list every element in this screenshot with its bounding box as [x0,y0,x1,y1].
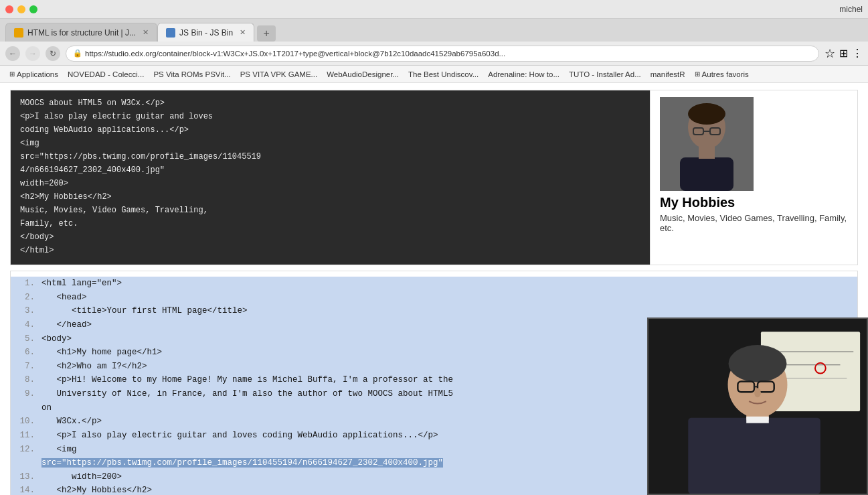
svg-rect-4 [699,147,715,159]
bookmark-autres[interactable]: ⊞ Autres favoris [691,69,753,80]
tab-label-1: HTML is for structure Unit | J... [27,28,136,38]
tab-jsbin[interactable]: JS Bin - JS Bin ✕ [157,23,254,42]
bookmark-psvita-vpk[interactable]: PS VITA VPK GAME... [236,69,321,80]
bookmark-webaudio[interactable]: WebAudioDesigner... [323,69,403,80]
preview-code-line-9: Music, Movies, Video Games, Travelling, [20,204,640,216]
settings-icon[interactable]: ⋮ [852,47,863,60]
svg-rect-14 [688,418,820,494]
url-text: https://studio.edx.org/container/block-v… [85,50,505,58]
svg-point-17 [729,345,787,382]
preview-section: MOOCS about HTML5 on W3Cx.</p> <p>I also… [10,90,858,265]
code-line-1: 1. <html lang="en"> [11,277,857,291]
user-name: michel [839,5,863,14]
bookmark-label-webaudio: WebAudioDesigner... [327,70,399,78]
new-tab-button[interactable]: + [257,25,276,42]
bookmark-label-autres: Autres favoris [702,70,749,78]
rendered-preview: My Hobbies Music, Movies, Video Games, T… [650,90,857,265]
bookmark-label-tuto: TUTO - Installer Ad... [569,70,641,78]
bookmark-psvita-roms[interactable]: PS Vita ROMs PSVit... [149,69,234,80]
url-bar[interactable]: 🔒 https://studio.edx.org/container/block… [66,46,819,62]
bookmark-novedad[interactable]: NOVEDAD - Colecci... [64,69,148,80]
svg-point-2 [688,103,725,125]
bookmark-adrenaline[interactable]: Adrenaline: How to... [484,69,563,80]
apps-icon: ⊞ [9,70,15,78]
tab-html-structure[interactable]: HTML is for structure Unit | J... ✕ [5,23,157,42]
bookmark-icon[interactable]: ⊞ [839,47,848,60]
back-button[interactable]: ← [5,46,20,61]
preview-code-line-12: </html> [20,244,640,257]
preview-code-line-10: Family, etc. [20,218,640,230]
close-button[interactable] [5,5,13,13]
video-overlay [647,317,868,495]
bookmark-label-best: The Best Undiscov... [408,70,479,78]
tab-label-2: JS Bin - JS Bin [179,28,233,38]
svg-rect-22 [746,417,769,423]
bookmarksbar: ⊞ Applications NOVEDAD - Colecci... PS V… [0,66,868,83]
preview-code-line-8: <h2>My Hobbies</h2> [20,191,640,203]
forward-button[interactable]: → [25,46,40,61]
preview-code-line-7: width=200> [20,178,640,190]
hobbies-text: Music, Movies, Video Games, Travelling, … [660,213,848,233]
preview-code-line-4: <img [20,137,640,149]
titlebar: michel [0,0,868,19]
bookmark-label-adrenaline: Adrenaline: How to... [488,70,559,78]
tab-icon-jsbin [166,28,175,38]
lock-icon: 🔒 [73,49,82,58]
bookmark-label-novedad: NOVEDAD - Colecci... [68,70,144,78]
bookmark-icon-autres: ⊞ [695,70,700,78]
preview-code-line-3: coding WebAudio applications...</p> [20,124,640,136]
addressbar: ← → ↻ 🔒 https://studio.edx.org/container… [0,42,868,66]
hobbies-title: My Hobbies [660,195,848,210]
tab-close-1[interactable]: ✕ [143,28,149,37]
tab-close-2[interactable]: ✕ [240,28,246,37]
preview-image [660,97,754,191]
bookmark-manifestr[interactable]: manifestR [646,69,689,80]
bookmark-applications[interactable]: ⊞ Applications [5,69,62,80]
svg-point-21 [754,388,761,397]
bookmark-label-applications: Applications [17,70,58,78]
preview-code-line-11: </body> [20,231,640,243]
bookmark-label-manifestr: manifestR [650,70,685,78]
reload-button[interactable]: ↻ [46,46,60,61]
bookmark-label-psvita-vpk: PS VITA VPK GAME... [240,70,317,78]
tabbar: HTML is for structure Unit | J... ✕ JS B… [0,19,868,42]
star-icon[interactable]: ☆ [824,46,835,61]
code-preview: MOOCS about HTML5 on W3Cx.</p> <p>I also… [11,90,650,265]
minimize-button[interactable] [17,5,25,13]
preview-code-line-1: MOOCS about HTML5 on W3Cx.</p> [20,97,640,109]
svg-rect-3 [680,157,733,191]
preview-code-line-6: 4/n666194627_2302_400x400.jpg" [20,164,640,176]
window-controls [5,5,37,13]
bookmark-best-undiscov[interactable]: The Best Undiscov... [404,69,483,80]
bookmark-label-psvita-roms: PS Vita ROMs PSVit... [153,70,230,78]
preview-code-line-2: <p>I also play electric guitar and loves [20,111,640,123]
preview-code-line-5: src="https://pbs.twimg.com/profile_image… [20,151,640,163]
maximize-button[interactable] [29,5,37,13]
video-feed [648,319,867,494]
preview-image-inner [660,97,754,191]
code-line-3: 3. <title>Your first HTML page</title> [11,304,857,318]
code-line-2: 2. <head> [11,291,857,305]
bookmark-tuto[interactable]: TUTO - Installer Ad... [565,69,645,80]
tab-icon-html [14,28,23,38]
